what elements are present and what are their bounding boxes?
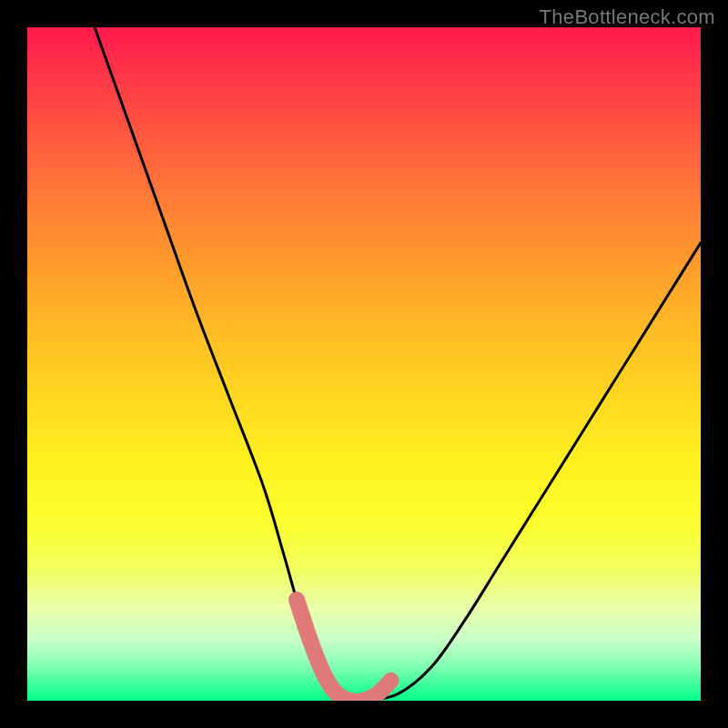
min-highlight-path [297,600,391,701]
chart-frame: TheBottleneck.com [0,0,728,728]
watermark-text: TheBottleneck.com [540,5,715,29]
plot-area [27,27,701,701]
curve-svg [27,27,701,701]
bottleneck-curve-path [95,27,701,701]
